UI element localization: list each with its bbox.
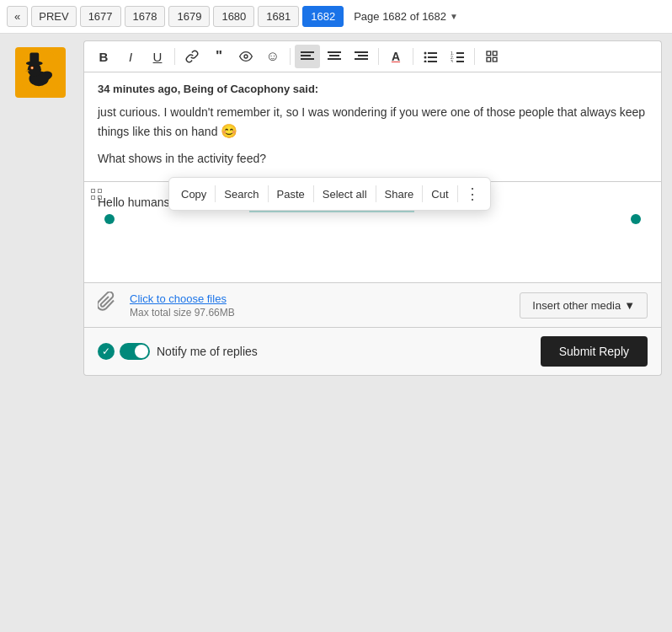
preview-btn[interactable] bbox=[233, 45, 259, 68]
quote-paragraph-2: What shows in the activity feed? bbox=[98, 150, 648, 168]
share-menu-item[interactable]: Share bbox=[376, 183, 423, 206]
editor-toolbar: B I U " ☺ bbox=[83, 40, 662, 72]
font-color-btn[interactable]: A bbox=[383, 45, 408, 68]
choose-files-link[interactable]: Click to choose files bbox=[130, 292, 506, 305]
toolbar-sep-4 bbox=[413, 48, 413, 65]
svg-rect-33 bbox=[487, 57, 491, 62]
italic-btn[interactable]: I bbox=[118, 45, 143, 68]
check-icon: ✓ bbox=[98, 343, 115, 360]
quote-paragraph-1: just curious. I wouldn't remember it, so… bbox=[98, 104, 648, 142]
svg-point-23 bbox=[424, 61, 427, 63]
submit-reply-btn[interactable]: Submit Reply bbox=[541, 336, 648, 367]
back-arrow-btn[interactable]: « bbox=[7, 6, 28, 27]
paperclip-icon bbox=[98, 292, 116, 319]
cut-menu-item[interactable]: Cut bbox=[423, 183, 456, 206]
selection-handle-left bbox=[104, 214, 115, 224]
align-left-btn[interactable] bbox=[295, 45, 320, 68]
svg-point-21 bbox=[424, 56, 427, 59]
file-size-label: Max total size 97.66MB bbox=[130, 307, 506, 319]
selection-handle-right bbox=[631, 214, 641, 224]
page-1679-btn[interactable]: 1679 bbox=[168, 6, 210, 27]
resize-dot-2 bbox=[98, 189, 102, 193]
align-right-btn[interactable] bbox=[349, 45, 374, 68]
page-dropdown-arrow: ▼ bbox=[450, 12, 458, 21]
insert-media-arrow: ▼ bbox=[624, 299, 635, 312]
page-1682-btn[interactable]: 1682 bbox=[302, 6, 344, 27]
file-upload-area: Click to choose files Max total size 97.… bbox=[83, 283, 662, 328]
avatar bbox=[15, 47, 66, 98]
quote-emoji: 😊 bbox=[221, 124, 237, 138]
resize-handle[interactable] bbox=[91, 189, 103, 201]
paste-menu-item[interactable]: Paste bbox=[269, 183, 313, 206]
copy-menu-item[interactable]: Copy bbox=[173, 183, 215, 206]
svg-point-19 bbox=[424, 52, 427, 55]
toggle-thumb bbox=[135, 345, 148, 358]
bold-btn[interactable]: B bbox=[91, 45, 116, 68]
search-menu-item[interactable]: Search bbox=[216, 183, 267, 206]
special-btn[interactable] bbox=[479, 45, 504, 68]
list-ordered-btn[interactable]: 1.2.3. bbox=[445, 45, 470, 68]
svg-text:3.: 3. bbox=[451, 59, 454, 62]
footer-bar: ✓ Notify me of replies Submit Reply bbox=[83, 328, 662, 376]
quote-text: just curious. I wouldn't remember it, so… bbox=[98, 104, 648, 168]
toolbar-sep-2 bbox=[290, 48, 291, 65]
insert-media-btn[interactable]: Insert other media ▼ bbox=[520, 292, 648, 319]
prev-btn[interactable]: PREV bbox=[31, 6, 76, 27]
link-btn[interactable] bbox=[179, 45, 205, 68]
svg-rect-31 bbox=[487, 51, 491, 56]
toggle-container: ✓ bbox=[98, 343, 150, 360]
toolbar-sep-1 bbox=[174, 48, 175, 65]
svg-rect-34 bbox=[493, 57, 497, 62]
svg-point-5 bbox=[31, 67, 33, 69]
svg-rect-8 bbox=[29, 53, 39, 65]
underline-btn[interactable]: U bbox=[145, 45, 170, 68]
notify-group: ✓ Notify me of replies bbox=[98, 343, 258, 360]
pagination-bar: « PREV 1677 1678 1679 1680 1681 1682 Pag… bbox=[0, 0, 672, 34]
quote-btn[interactable]: " bbox=[206, 45, 232, 68]
quote-header: 34 minutes ago, Being of Cacophony said: bbox=[98, 83, 648, 95]
editor-container[interactable]: Copy Search Paste Select all Share Cut ⋮… bbox=[83, 182, 662, 283]
back-arrow-icon: « bbox=[14, 10, 20, 23]
notify-toggle[interactable] bbox=[120, 343, 150, 360]
editor-area: B I U " ☺ bbox=[80, 34, 672, 632]
main-content: B I U " ☺ bbox=[0, 34, 672, 632]
page-1678-btn[interactable]: 1678 bbox=[125, 6, 166, 27]
toolbar-sep-3 bbox=[378, 48, 379, 65]
page-info-dropdown[interactable]: Page 1682 of 1682 ▼ bbox=[354, 10, 458, 23]
emoji-btn[interactable]: ☺ bbox=[260, 45, 285, 68]
page-1680-btn[interactable]: 1680 bbox=[213, 6, 254, 27]
toolbar-sep-5 bbox=[474, 48, 475, 65]
resize-dot-4 bbox=[98, 195, 102, 200]
file-upload-text: Click to choose files Max total size 97.… bbox=[130, 292, 506, 319]
prev-label: PREV bbox=[39, 10, 68, 23]
list-unordered-btn[interactable] bbox=[418, 45, 443, 68]
page-1677-btn[interactable]: 1677 bbox=[80, 6, 121, 27]
insert-media-label: Insert other media bbox=[532, 299, 621, 312]
select-all-menu-item[interactable]: Select all bbox=[314, 183, 376, 206]
page-info-text: Page 1682 of 1682 bbox=[354, 10, 446, 23]
notify-label: Notify me of replies bbox=[157, 345, 258, 358]
resize-dot-3 bbox=[91, 195, 95, 200]
selection-handles bbox=[98, 214, 648, 224]
more-menu-btn[interactable]: ⋮ bbox=[458, 181, 487, 206]
context-menu: Copy Search Paste Select all Share Cut ⋮ bbox=[168, 177, 491, 211]
sidebar bbox=[0, 34, 80, 632]
svg-rect-32 bbox=[493, 51, 497, 56]
page-1681-btn[interactable]: 1681 bbox=[258, 6, 299, 27]
resize-dot-1 bbox=[91, 189, 95, 193]
quote-block: 34 minutes ago, Being of Cacophony said:… bbox=[83, 72, 662, 182]
svg-point-9 bbox=[244, 55, 248, 58]
align-center-btn[interactable] bbox=[322, 45, 347, 68]
